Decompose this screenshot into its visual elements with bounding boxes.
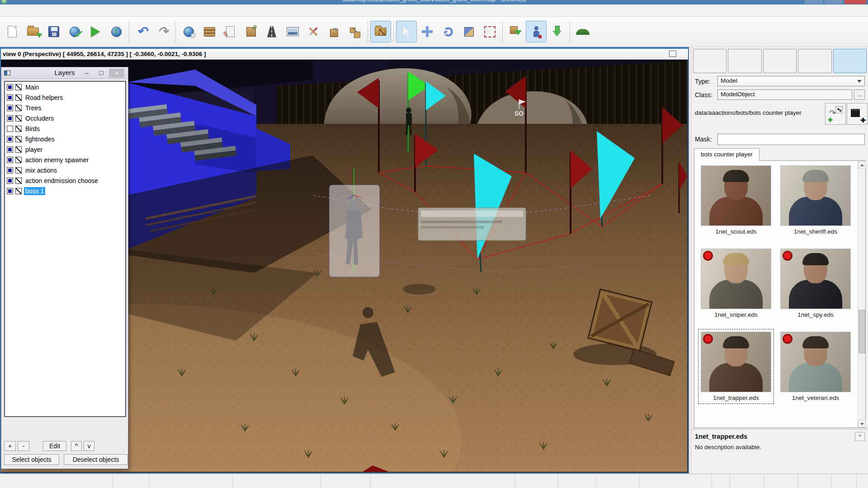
- layer-lock-checkbox[interactable]: [15, 115, 22, 122]
- menu-item[interactable]: [55, 9, 66, 12]
- layer-row[interactable]: Occluders: [5, 113, 125, 123]
- undo-button[interactable]: ↶: [132, 21, 152, 42]
- scrollbar[interactable]: [858, 161, 865, 427]
- menu-item[interactable]: [1, 9, 12, 12]
- export-map-button[interactable]: [106, 21, 127, 42]
- layer-edit-button[interactable]: Edit: [43, 441, 66, 451]
- type-dropdown[interactable]: Model: [717, 76, 865, 86]
- group-tab[interactable]: bots counter player: [694, 148, 760, 161]
- layer-row[interactable]: action endmission choose: [5, 175, 125, 186]
- layer-visibility-checkbox[interactable]: [7, 126, 13, 132]
- menu-item[interactable]: [44, 9, 55, 12]
- layer-row[interactable]: mix actions: [5, 165, 125, 175]
- scrollbar-thumb[interactable]: [859, 310, 865, 353]
- move-tool-button[interactable]: [417, 21, 438, 42]
- layers-button[interactable]: [199, 21, 220, 42]
- insert-object-button[interactable]: [505, 21, 526, 42]
- layer-down-button[interactable]: v: [84, 441, 94, 451]
- scroll-up-button[interactable]: [858, 161, 866, 169]
- layer-lock-checkbox[interactable]: [15, 94, 22, 101]
- add-from-selection-button[interactable]: ↷: [825, 103, 846, 125]
- marquee-select-button[interactable]: [479, 21, 500, 42]
- spawn-character-button[interactable]: [526, 21, 547, 42]
- layer-visibility-checkbox[interactable]: [7, 115, 13, 122]
- layers-minimize-button[interactable]: –: [80, 69, 94, 78]
- select-tool-button[interactable]: [396, 21, 417, 42]
- menu-item[interactable]: [33, 9, 44, 12]
- run-game-button[interactable]: [85, 21, 106, 42]
- menu-item[interactable]: [23, 9, 33, 12]
- open-button[interactable]: [23, 21, 43, 42]
- layer-visibility-checkbox[interactable]: [7, 188, 13, 194]
- viewport-maximize-toggle[interactable]: [669, 51, 676, 57]
- tools-button[interactable]: [303, 21, 324, 42]
- scroll-down-button[interactable]: [858, 420, 866, 427]
- redo-button[interactable]: ↷: [152, 21, 173, 42]
- mask-input[interactable]: [717, 134, 865, 145]
- layer-visibility-checkbox[interactable]: [7, 105, 13, 111]
- model-item[interactable]: 1net_veteran.eds: [778, 329, 854, 404]
- model-item[interactable]: 1net_sheriff.eds: [778, 163, 854, 238]
- layer-visibility-checkbox[interactable]: [7, 146, 13, 153]
- model-item[interactable]: 1net_trapper.eds: [698, 329, 774, 404]
- layer-lock-checkbox[interactable]: [15, 157, 22, 163]
- layer-row[interactable]: Birds: [5, 123, 125, 134]
- layer-up-button[interactable]: ^: [71, 441, 82, 451]
- deselect-objects-button[interactable]: Deselect objects: [64, 454, 128, 465]
- layer-lock-checkbox[interactable]: [15, 105, 22, 111]
- browser-tab[interactable]: [693, 49, 726, 73]
- add-model-button[interactable]: [847, 103, 868, 125]
- layer-lock-checkbox[interactable]: [15, 84, 22, 90]
- browser-tab[interactable]: [833, 49, 867, 73]
- maximize-button[interactable]: □: [825, 0, 843, 4]
- layer-visibility-checkbox[interactable]: [7, 167, 13, 174]
- layer-lock-checkbox[interactable]: [15, 146, 22, 153]
- layers-maximize-button[interactable]: □: [94, 69, 108, 78]
- scale-tool-button[interactable]: [458, 21, 479, 42]
- select-objects-button[interactable]: Select objects: [4, 454, 59, 465]
- browser-tab[interactable]: [798, 49, 831, 73]
- check-map-button[interactable]: [64, 21, 85, 42]
- layer-lock-checkbox[interactable]: [15, 178, 22, 184]
- layer-lock-checkbox[interactable]: [15, 136, 22, 142]
- layer-row[interactable]: player: [5, 144, 125, 155]
- model-item[interactable]: 1net_sniper.eds: [698, 246, 774, 321]
- layer-add-button[interactable]: +: [4, 441, 16, 451]
- edit-script-button[interactable]: [220, 21, 241, 42]
- object-browser-button[interactable]: [370, 21, 391, 42]
- layer-visibility-checkbox[interactable]: [7, 94, 13, 101]
- roads-tool-button[interactable]: [261, 21, 282, 42]
- layer-visibility-checkbox[interactable]: [7, 178, 13, 184]
- layer-visibility-checkbox[interactable]: [7, 157, 13, 163]
- drop-to-ground-button[interactable]: [547, 21, 567, 42]
- layer-remove-button[interactable]: -: [18, 441, 29, 451]
- terrain-tool-button[interactable]: [572, 21, 593, 42]
- close-button[interactable]: ×: [844, 0, 866, 4]
- detail-collapse-button[interactable]: ^: [855, 432, 865, 441]
- layer-lock-checkbox[interactable]: [15, 126, 22, 132]
- layer-row[interactable]: boss 1: [5, 186, 125, 196]
- link-objects-button[interactable]: [344, 21, 365, 42]
- rotate-tool-button[interactable]: [438, 21, 458, 42]
- layer-visibility-checkbox[interactable]: [7, 84, 13, 90]
- layers-close-button[interactable]: ×: [109, 69, 124, 78]
- layer-row[interactable]: action enemy spawner: [5, 155, 125, 165]
- new-button[interactable]: [2, 21, 23, 42]
- browser-tab[interactable]: [763, 49, 797, 73]
- save-button[interactable]: [43, 21, 64, 42]
- menu-item[interactable]: [12, 9, 23, 12]
- environment-button[interactable]: [282, 21, 303, 42]
- layer-row[interactable]: Trees: [5, 103, 125, 113]
- class-field[interactable]: ModelObject: [717, 89, 852, 100]
- model-item[interactable]: 1net_scout.eds: [698, 163, 774, 238]
- browser-tab[interactable]: [728, 49, 761, 73]
- layer-visibility-checkbox[interactable]: [7, 136, 13, 142]
- layer-lock-checkbox[interactable]: [15, 167, 22, 174]
- minimize-button[interactable]: –: [805, 0, 823, 4]
- model-item[interactable]: 1net_spy.eds: [778, 246, 854, 321]
- layers-titlebar[interactable]: Layers – □ ×: [1, 67, 128, 79]
- edit-object-button[interactable]: [241, 21, 261, 42]
- export-object-button[interactable]: [324, 21, 344, 42]
- class-browse-button[interactable]: ...: [854, 89, 865, 100]
- world-settings-button[interactable]: [178, 21, 199, 42]
